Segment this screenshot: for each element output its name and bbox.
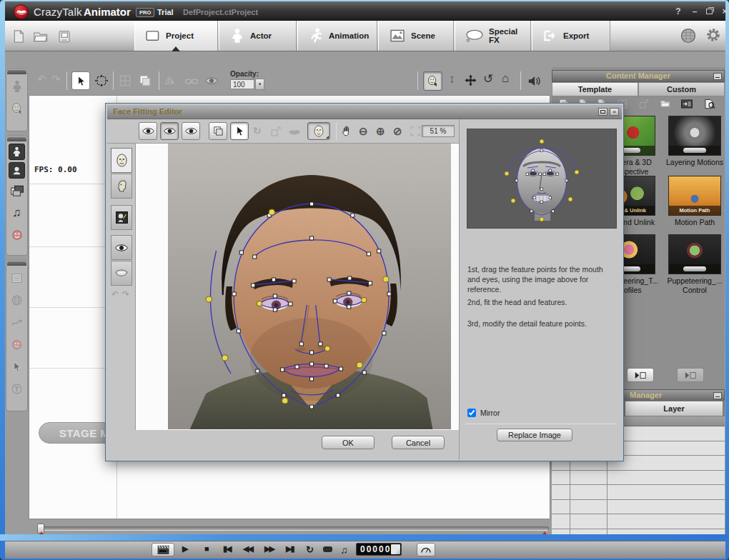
sidebar-list-icon[interactable] <box>7 268 26 288</box>
go-to-end-button[interactable]: ▶▮ <box>286 544 294 554</box>
settings-gear-icon[interactable] <box>705 27 721 43</box>
face-front-mode-button[interactable] <box>111 148 132 173</box>
face-profile-mode-button[interactable] <box>111 174 132 199</box>
group-tool-icon[interactable] <box>119 74 132 87</box>
content-thumbnail[interactable] <box>668 234 721 274</box>
sidebar-images-icon[interactable] <box>7 181 26 201</box>
duplicate-points-button[interactable] <box>209 122 227 140</box>
fast-forward-button[interactable]: ▶▶ <box>264 544 274 554</box>
face-mask-mode-button[interactable] <box>307 122 330 140</box>
help-button[interactable]: ? <box>672 6 685 17</box>
dialog-title-bar[interactable]: Face Fitting Editor × <box>107 105 622 119</box>
link-tool-icon[interactable] <box>184 76 199 86</box>
render-sphere-icon[interactable] <box>679 27 698 44</box>
new-project-icon[interactable] <box>11 29 27 44</box>
vertical-move-icon[interactable]: ↕ <box>449 72 455 86</box>
mouth-detail-button[interactable] <box>111 261 132 286</box>
zoom-reset-icon[interactable]: ⊘ <box>393 125 402 138</box>
mirror-checkbox[interactable] <box>467 409 476 417</box>
doc-search-icon[interactable] <box>703 99 716 109</box>
rotate-tool-icon[interactable]: ↻ <box>253 125 262 136</box>
replace-image-button[interactable]: Replace Image <box>497 429 572 441</box>
pan-hand-icon[interactable] <box>341 125 353 137</box>
show-left-eye-button[interactable] <box>139 122 157 140</box>
speed-gauge-button[interactable] <box>417 543 435 556</box>
sidebar-actor-fit-icon[interactable] <box>7 99 26 119</box>
face-photo[interactable] <box>168 144 451 429</box>
tab-layer[interactable]: Layer <box>625 401 723 416</box>
sidebar-motion-icon[interactable] <box>7 312 26 332</box>
face-pick-button[interactable] <box>423 71 442 91</box>
flip-tool-icon[interactable] <box>164 74 177 87</box>
tab-animation[interactable]: Animation <box>297 21 377 51</box>
minimize-button[interactable]: – <box>688 6 701 17</box>
content-item[interactable]: Puppeteering_...Control <box>662 234 728 295</box>
tab-export[interactable]: Export <box>532 21 610 51</box>
move-4way-icon[interactable] <box>465 74 477 86</box>
select-tool-button[interactable] <box>71 71 90 90</box>
stop-button[interactable]: ■ <box>204 544 209 553</box>
tab-template[interactable]: Template <box>552 82 638 96</box>
resize-tool-icon[interactable] <box>270 126 282 137</box>
lips-tool-icon[interactable] <box>287 128 302 136</box>
sidebar-actor-icon[interactable] <box>7 76 26 96</box>
select-point-button[interactable] <box>230 122 249 140</box>
eye-detail-button[interactable] <box>111 235 132 260</box>
sidebar-fx-ball-icon[interactable] <box>7 334 26 354</box>
sidebar-head-frame-icon[interactable] <box>9 162 25 179</box>
opacity-dropdown[interactable]: ▾ <box>255 79 264 90</box>
content-item[interactable]: Layering Motions <box>662 116 728 167</box>
sidebar-pointer-icon[interactable] <box>7 356 26 376</box>
tab-custom[interactable]: Custom <box>638 82 725 96</box>
rewind-button[interactable]: ◀◀ <box>243 544 252 554</box>
content-thumbnail[interactable] <box>668 116 721 156</box>
play-button[interactable]: ▶ <box>182 544 188 554</box>
save-project-icon[interactable] <box>57 29 73 44</box>
head-edit-button[interactable] <box>111 205 132 230</box>
sidebar-globe-icon[interactable] <box>7 290 26 310</box>
speech-bubble-button[interactable] <box>323 546 332 552</box>
apply-content-button[interactable] <box>627 368 654 382</box>
opacity-input[interactable] <box>230 79 254 89</box>
collapse-panel-button[interactable] <box>713 392 722 399</box>
zoom-in-icon[interactable]: ⊕ <box>376 125 385 138</box>
loop-button[interactable]: ↻ <box>306 544 314 555</box>
show-both-eyes-button[interactable] <box>160 122 179 140</box>
content-thumbnail[interactable]: Motion Path <box>668 176 721 216</box>
render-preview-button[interactable] <box>152 543 174 556</box>
cm-folder-icon[interactable] <box>659 99 672 109</box>
go-to-start-button[interactable]: ▮◀ <box>223 544 231 554</box>
view-toggle-icon[interactable] <box>680 99 693 109</box>
show-right-eye-button[interactable] <box>182 122 200 140</box>
tab-scene[interactable]: Scene <box>378 21 454 51</box>
home-icon[interactable]: ⌂ <box>502 71 509 86</box>
content-item[interactable]: Motion Path Motion Path <box>662 176 728 227</box>
photo-fitting-canvas[interactable] <box>136 144 459 430</box>
timeline-track[interactable] <box>37 526 549 531</box>
redo-icon[interactable]: ↷ <box>51 73 61 86</box>
duplicate-tool-icon[interactable] <box>139 74 152 87</box>
cancel-button[interactable]: Cancel <box>392 436 445 449</box>
dialog-maximize-button[interactable] <box>598 108 608 116</box>
sidebar-text-icon[interactable] <box>7 379 26 399</box>
collapse-panel-button[interactable] <box>713 73 722 80</box>
tab-actor[interactable]: Actor <box>219 21 297 51</box>
music-button[interactable]: ♫ <box>340 544 348 556</box>
dialog-undo-icon[interactable]: ↶ <box>111 289 119 299</box>
sidebar-actor-frame-icon[interactable] <box>9 144 25 160</box>
close-button[interactable]: × <box>718 6 729 17</box>
zoom-out-icon[interactable]: ⊖ <box>359 125 368 138</box>
dialog-redo-icon[interactable]: ↷ <box>122 289 129 299</box>
ok-button[interactable]: OK <box>322 436 375 449</box>
speaker-icon[interactable] <box>527 75 541 87</box>
cm-delete-icon[interactable] <box>638 99 650 109</box>
sidebar-music-icon[interactable]: ♫ <box>7 203 26 223</box>
undo-icon[interactable]: ↶ <box>37 73 46 86</box>
tab-special-fx[interactable]: Special FX <box>455 21 531 51</box>
apply-content-alt-button[interactable] <box>677 368 704 382</box>
transform-tool-icon[interactable] <box>94 74 109 87</box>
visibility-eye-icon[interactable] <box>204 76 219 86</box>
rotate-icon[interactable]: ↺ <box>483 71 493 86</box>
restore-button[interactable] <box>703 6 716 17</box>
open-project-icon[interactable] <box>33 29 49 44</box>
